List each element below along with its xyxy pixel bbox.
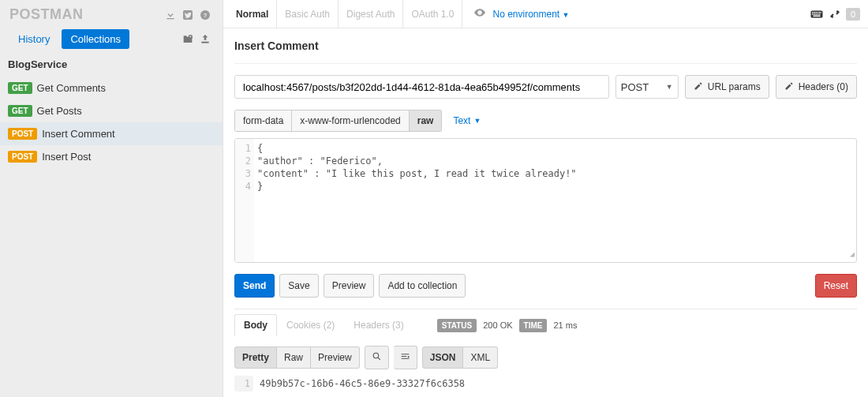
response-body-text: 49b9b57c-16b6-46c5-86e9-33327f6c6358 bbox=[253, 376, 471, 391]
svg-rect-7 bbox=[814, 12, 815, 13]
svg-rect-14 bbox=[815, 13, 817, 15]
method-badge: GET bbox=[8, 105, 32, 117]
response-tab-cookies[interactable]: Cookies (2) bbox=[277, 314, 344, 336]
sidebar-item-insert-comment[interactable]: POST Insert Comment bbox=[0, 122, 223, 145]
main-panel: Normal Basic Auth Digest Auth OAuth 1.0 … bbox=[223, 0, 868, 397]
body-type-urlencoded[interactable]: x-www-form-urlencoded bbox=[292, 110, 409, 132]
svg-rect-10 bbox=[819, 12, 821, 13]
svg-rect-15 bbox=[817, 13, 819, 15]
method-badge: POST bbox=[8, 128, 37, 140]
response-line-gutter: 1 bbox=[234, 376, 253, 391]
sidebar-item-label: Get Posts bbox=[37, 105, 82, 117]
sidebar-item-label: Insert Post bbox=[42, 151, 91, 163]
preview-button[interactable]: Preview bbox=[324, 274, 375, 298]
view-raw[interactable]: Raw bbox=[277, 346, 311, 369]
request-body-text[interactable]: { "author" : "Federico", "content" : "I … bbox=[254, 139, 856, 262]
format-xml[interactable]: XML bbox=[463, 346, 498, 369]
svg-rect-9 bbox=[817, 12, 819, 13]
search-response-icon[interactable] bbox=[365, 346, 389, 369]
auth-tab-basic[interactable]: Basic Auth bbox=[277, 0, 339, 28]
svg-point-18 bbox=[831, 16, 833, 18]
eye-icon[interactable] bbox=[473, 6, 486, 21]
body-type-raw[interactable]: raw bbox=[410, 110, 443, 132]
sidebar-item-label: Get Comments bbox=[37, 82, 106, 94]
format-json[interactable]: JSON bbox=[422, 346, 464, 369]
headers-button[interactable]: Headers (0) bbox=[776, 75, 857, 99]
reset-button[interactable]: Reset bbox=[815, 274, 857, 298]
status-label: STATUS bbox=[437, 319, 477, 332]
save-button[interactable]: Save bbox=[279, 274, 318, 298]
svg-point-19 bbox=[836, 10, 839, 13]
app-logo: POSTMAN bbox=[9, 6, 84, 23]
collection-title[interactable]: BlogService bbox=[0, 54, 223, 77]
svg-rect-13 bbox=[814, 13, 815, 15]
sidebar-item-get-posts[interactable]: GET Get Posts bbox=[0, 99, 223, 122]
request-title: Insert Comment bbox=[234, 39, 857, 52]
sidebar-item-insert-post[interactable]: POST Insert Post bbox=[0, 145, 223, 168]
tab-collections[interactable]: Collections bbox=[62, 29, 129, 49]
wrap-lines-icon[interactable] bbox=[394, 346, 417, 369]
notification-badge[interactable]: 0 bbox=[846, 8, 860, 21]
tab-history[interactable]: History bbox=[9, 29, 58, 49]
send-button[interactable]: Send bbox=[234, 274, 275, 298]
status-value: 200 OK bbox=[483, 320, 512, 330]
svg-rect-8 bbox=[815, 12, 817, 13]
time-label: TIME bbox=[519, 319, 548, 332]
sidebar-item-label: Insert Comment bbox=[42, 128, 114, 140]
auth-tab-normal[interactable]: Normal bbox=[228, 0, 277, 28]
svg-point-4 bbox=[479, 12, 481, 14]
edit-icon bbox=[784, 81, 794, 93]
view-pretty[interactable]: Pretty bbox=[234, 346, 277, 369]
method-select[interactable]: POST ▼ bbox=[615, 75, 679, 99]
add-collection-icon[interactable] bbox=[180, 32, 196, 47]
url-params-button[interactable]: URL params bbox=[685, 75, 769, 99]
body-type-form-data[interactable]: form-data bbox=[234, 110, 292, 132]
time-value: 21 ms bbox=[553, 320, 577, 330]
svg-rect-12 bbox=[812, 13, 814, 15]
raw-type-dropdown[interactable]: Text▼ bbox=[453, 115, 481, 126]
method-badge: GET bbox=[8, 82, 32, 94]
svg-text:?: ? bbox=[204, 11, 208, 18]
add-to-collection-button[interactable]: Add to collection bbox=[379, 274, 466, 298]
sidebar-item-get-comments[interactable]: GET Get Comments bbox=[0, 77, 223, 99]
url-input[interactable] bbox=[234, 75, 609, 99]
sidebar: POSTMAN ? History Collections bbox=[0, 0, 223, 397]
svg-point-20 bbox=[373, 353, 379, 358]
chevron-down-icon: ▼ bbox=[666, 83, 673, 91]
edit-icon bbox=[694, 81, 703, 93]
svg-rect-11 bbox=[821, 12, 821, 13]
method-value: POST bbox=[621, 81, 649, 93]
svg-rect-17 bbox=[813, 15, 820, 17]
line-gutter: 1 2 3 4 bbox=[235, 139, 254, 262]
auth-tab-digest[interactable]: Digest Auth bbox=[339, 0, 403, 28]
view-preview[interactable]: Preview bbox=[311, 346, 360, 369]
request-body-editor[interactable]: 1 2 3 4 { "author" : "Federico", "conten… bbox=[234, 138, 857, 263]
svg-rect-6 bbox=[812, 12, 814, 13]
auth-tab-oauth1[interactable]: OAuth 1.0 bbox=[403, 0, 462, 28]
import-icon[interactable] bbox=[197, 32, 213, 47]
twitter-icon[interactable] bbox=[180, 7, 196, 23]
method-badge: POST bbox=[8, 151, 37, 163]
response-tab-body[interactable]: Body bbox=[234, 314, 277, 336]
download-icon[interactable] bbox=[163, 7, 178, 23]
topbar: Normal Basic Auth Digest Auth OAuth 1.0 … bbox=[223, 0, 868, 28]
resize-handle-icon[interactable]: ◢ bbox=[850, 248, 855, 260]
settings-icon[interactable] bbox=[829, 8, 841, 21]
svg-rect-16 bbox=[819, 13, 821, 15]
environment-selector[interactable]: No environment ▼ bbox=[492, 9, 569, 20]
help-icon[interactable]: ? bbox=[197, 7, 213, 23]
keyboard-icon[interactable] bbox=[810, 7, 824, 21]
response-tab-headers[interactable]: Headers (3) bbox=[344, 314, 413, 336]
